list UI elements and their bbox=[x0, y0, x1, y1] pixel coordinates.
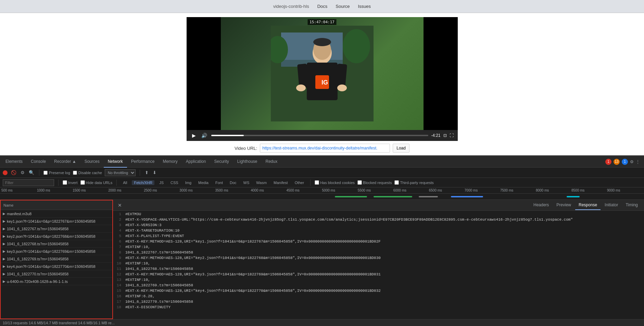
filter-fetch-xhr[interactable]: Fetch/XHR bbox=[132, 180, 154, 185]
third-party-input[interactable] bbox=[394, 180, 399, 185]
tab-redux[interactable]: Redux bbox=[262, 156, 282, 168]
info-badge: 1 bbox=[622, 159, 628, 165]
video-wrapper: IG 15:47:04:17 bbox=[187, 17, 458, 141]
timeline-label-1000: 1000 ms bbox=[37, 188, 73, 192]
tab-console[interactable]: Console bbox=[27, 156, 50, 168]
filter-icon[interactable]: ⚙ bbox=[20, 170, 25, 175]
tab-headers[interactable]: Headers bbox=[530, 200, 552, 210]
file-name: key4.json?f=1041&s=0&p=1822770&m=1506045… bbox=[7, 264, 110, 269]
clear-button[interactable]: 🚫 bbox=[10, 170, 17, 175]
filter-input[interactable] bbox=[3, 179, 54, 186]
devtools: Elements Console Recorder ▲ Sources Netw… bbox=[0, 155, 644, 326]
line-number: 4 bbox=[116, 229, 125, 234]
response-content: 1 #EXTM3U 2 #EXT-X-YOSPACE-ANALYTICS-URL… bbox=[113, 211, 644, 319]
list-item[interactable]: ▶ 1041_6_1822767.ts?m=1506045858 bbox=[1, 225, 112, 233]
volume-button[interactable]: 🔊 bbox=[200, 133, 209, 138]
disable-cache-checkbox[interactable]: Disable cache bbox=[73, 171, 102, 175]
filter-doc[interactable]: Doc bbox=[228, 180, 239, 185]
invert-input[interactable] bbox=[63, 180, 67, 185]
error-badge: 1 bbox=[605, 159, 611, 165]
filter-manifest[interactable]: Manifest bbox=[272, 180, 290, 185]
list-item[interactable]: ▶ 1041_6_1822768.ts?m=1506045858 bbox=[1, 240, 112, 248]
list-item[interactable]: ▶ key1.json?f=1041&s=0&p=1822767&m=15060… bbox=[1, 218, 112, 225]
response-tabs: ✕ Headers Preview Response Initiator Tim… bbox=[113, 200, 644, 211]
filter-wasm[interactable]: Wasm bbox=[254, 180, 269, 185]
tab-timing[interactable]: Timing bbox=[622, 200, 641, 210]
timeline-label-4000: 4000 ms bbox=[251, 188, 286, 192]
list-item[interactable]: ▶ key4.json?f=1041&s=0&p=1822770&m=15060… bbox=[1, 263, 112, 270]
blocked-requests-checkbox[interactable]: Blocked requests bbox=[357, 180, 392, 185]
tab-network[interactable]: Network bbox=[104, 156, 127, 168]
tab-elements[interactable]: Elements bbox=[1, 156, 27, 168]
tab-memory[interactable]: Memory bbox=[159, 156, 181, 168]
list-item[interactable]: ▶ manifest.m3u8 bbox=[1, 210, 112, 218]
list-item[interactable]: ▶ key2.json?f=1041&s=0&p=1822768&m=15060… bbox=[1, 233, 112, 240]
line-number: 9 bbox=[116, 256, 125, 261]
code-line: 13 #EXTINF:10, bbox=[113, 278, 644, 283]
tab-preview[interactable]: Preview bbox=[553, 200, 574, 210]
list-item[interactable]: ▶ 1041_6_1822770.ts?m=1506045858 bbox=[1, 270, 112, 278]
arrow-icon: ▶ bbox=[3, 212, 5, 216]
svg-text:IG: IG bbox=[321, 79, 328, 86]
tab-recorder[interactable]: Recorder ▲ bbox=[50, 156, 80, 168]
more-icon[interactable]: ⋮ bbox=[636, 159, 640, 164]
tab-sources[interactable]: Sources bbox=[80, 156, 104, 168]
code-line: 3 #EXT-X-VERSION:3 bbox=[113, 223, 644, 229]
fullscreen-icon[interactable]: ⛶ bbox=[450, 133, 454, 138]
has-blocked-cookies-input[interactable] bbox=[315, 180, 319, 185]
export-icon[interactable]: ⬇ bbox=[152, 170, 157, 175]
third-party-checkbox[interactable]: Third-party requests bbox=[394, 180, 433, 185]
status-bar: 10/13 requests 14.6 MB/14.7 MB transferr… bbox=[0, 319, 644, 326]
timeline-label-8500: 8500 ms bbox=[571, 188, 607, 192]
filter-media[interactable]: Media bbox=[196, 180, 211, 185]
play-button[interactable]: ▶ bbox=[191, 133, 197, 138]
code-line: 6 #EXT-X-KEY:METHOD=AES-128,URI="key1.js… bbox=[113, 239, 644, 245]
code-line: 8 1041_6_1822767.ts?m=1506045858 bbox=[113, 250, 644, 256]
nav-issues[interactable]: Issues bbox=[358, 4, 371, 9]
import-icon[interactable]: ⬆ bbox=[144, 170, 149, 175]
has-blocked-cookies-checkbox[interactable]: Has blocked cookies bbox=[315, 180, 355, 185]
hide-data-urls-input[interactable] bbox=[80, 180, 85, 185]
preserve-log-input[interactable] bbox=[43, 171, 48, 175]
invert-checkbox[interactable]: Invert bbox=[63, 180, 78, 185]
progress-bar[interactable] bbox=[211, 135, 429, 136]
preserve-log-checkbox[interactable]: Preserve log bbox=[43, 171, 70, 175]
close-button[interactable]: ✕ bbox=[116, 203, 124, 208]
code-line: 5 #EXT-X-PLAYLIST-TYPE:EVENT bbox=[113, 234, 644, 239]
filter-other[interactable]: Other bbox=[293, 180, 306, 185]
record-button[interactable] bbox=[3, 170, 8, 175]
tab-response[interactable]: Response bbox=[575, 200, 601, 210]
tab-performance[interactable]: Performance bbox=[127, 156, 159, 168]
video-background: IG bbox=[187, 17, 458, 130]
filter-all[interactable]: All bbox=[121, 180, 129, 185]
nav-docs[interactable]: Docs bbox=[317, 4, 328, 9]
settings-icon[interactable]: ⚙ bbox=[630, 159, 634, 164]
hide-data-urls-checkbox[interactable]: Hide data URLs bbox=[80, 180, 113, 185]
tab-initiator[interactable]: Initiator bbox=[601, 200, 621, 210]
filter-img[interactable]: Img bbox=[183, 180, 193, 185]
fullscreen-small-icon[interactable]: ⊡ bbox=[443, 133, 447, 138]
throttle-select[interactable]: No throttling bbox=[105, 169, 136, 176]
tab-security[interactable]: Security bbox=[210, 156, 233, 168]
load-button[interactable]: Load bbox=[393, 144, 409, 153]
list-item[interactable]: ▶ key3.json?f=1041&s=0&p=1822769&m=15060… bbox=[1, 248, 112, 255]
blocked-requests-input[interactable] bbox=[357, 180, 362, 185]
filter-js[interactable]: JS bbox=[157, 180, 166, 185]
file-name: 1041_6_1822767.ts?m=1506045858 bbox=[7, 227, 110, 231]
timeline-area[interactable]: 500 ms 1000 ms 1500 ms 2000 ms 2500 ms 3… bbox=[0, 187, 644, 200]
list-item[interactable]: ▶ u-6400-m-720x408-1628-a-96-1-1.ts bbox=[1, 278, 112, 285]
video-url-input[interactable] bbox=[260, 144, 390, 153]
filter-ws[interactable]: WS bbox=[241, 180, 252, 185]
tab-lighthouse[interactable]: Lighthouse bbox=[233, 156, 262, 168]
line-content: #EXTINF:10, bbox=[125, 261, 641, 267]
nav-source[interactable]: Source bbox=[336, 4, 350, 9]
video-black-right bbox=[424, 17, 458, 130]
list-item[interactable]: ▶ 1041_6_1822769.ts?m=1506045858 bbox=[1, 255, 112, 263]
video-player[interactable]: IG 15:47:04:17 bbox=[187, 17, 458, 130]
timeline-label-8000: 8000 ms bbox=[536, 188, 571, 192]
disable-cache-input[interactable] bbox=[73, 171, 77, 175]
search-icon[interactable]: 🔍 bbox=[28, 170, 35, 175]
filter-font[interactable]: Font bbox=[213, 180, 225, 185]
tab-application[interactable]: Application bbox=[182, 156, 210, 168]
filter-css[interactable]: CSS bbox=[168, 180, 180, 185]
